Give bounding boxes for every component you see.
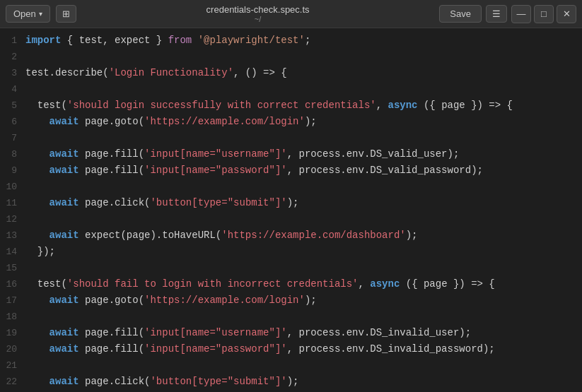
code-editor[interactable]: 1 import { test, expect } from '@playwri… <box>0 28 582 392</box>
table-row: 6 await page.goto('https://example.com/l… <box>0 114 582 130</box>
table-row: 20 await page.fill('input[name="password… <box>0 341 582 357</box>
line-content: await page.fill('input[name="username"]'… <box>25 325 582 340</box>
open-label: Open <box>13 8 36 19</box>
titlebar-center: credentials-check.spec.ts ~/ <box>206 4 310 23</box>
file-name: credentials-check.spec.ts <box>206 4 310 15</box>
line-number: 8 <box>0 147 25 162</box>
line-content <box>25 130 582 145</box>
line-number: 4 <box>0 82 25 97</box>
table-row: 19 await page.fill('input[name="username… <box>0 325 582 341</box>
menu-button[interactable]: ☰ <box>486 5 507 23</box>
line-content: await page.fill('input[name="username"]'… <box>25 146 582 162</box>
table-row: 14 }); <box>0 244 582 260</box>
line-number: 1 <box>0 33 25 49</box>
table-row: 10 <box>0 179 582 195</box>
line-number: 9 <box>0 163 25 179</box>
line-content <box>25 81 582 97</box>
line-content: await page.click('button[type="submit"]'… <box>25 195 582 210</box>
pin-button[interactable]: ⊞ <box>56 5 76 23</box>
line-number: 19 <box>0 326 25 341</box>
line-content: test('should login successfully with cor… <box>25 97 582 113</box>
line-content <box>25 357 582 373</box>
line-number: 16 <box>0 277 25 292</box>
line-content <box>25 211 582 227</box>
titlebar-left: Open ▾ ⊞ <box>6 5 76 23</box>
table-row: 22 await page.click('button[type="submit… <box>0 374 582 390</box>
line-content: await page.goto('https://example.com/log… <box>25 114 582 129</box>
close-button[interactable]: ✕ <box>557 5 576 23</box>
table-row: 8 await page.fill('input[name="username"… <box>0 146 582 162</box>
line-content: await page.click('button[type="submit"]'… <box>25 374 582 389</box>
table-row: 11 await page.click('button[type="submit… <box>0 195 582 211</box>
table-row: 17 await page.goto('https://example.com/… <box>0 292 582 309</box>
table-row: 15 <box>0 260 582 276</box>
titlebar-right: Save ☰ — □ ✕ <box>439 5 576 23</box>
line-content: await page.fill('input[name="password"]'… <box>25 341 582 357</box>
table-row: 7 <box>0 130 582 146</box>
maximize-button[interactable]: □ <box>534 5 554 23</box>
line-number: 18 <box>0 309 25 325</box>
file-path: ~/ <box>255 15 261 23</box>
table-row: 13 await expect(page).toHaveURL('https:/… <box>0 227 582 244</box>
line-number: 10 <box>0 179 25 195</box>
table-row: 12 <box>0 211 582 227</box>
table-row: 5 test('should login successfully with c… <box>0 97 582 114</box>
line-number: 7 <box>0 131 25 146</box>
line-content <box>25 260 582 275</box>
line-content <box>25 179 582 194</box>
line-number: 14 <box>0 244 25 260</box>
table-row: 16 test('should fail to login with incor… <box>0 276 582 292</box>
line-number: 22 <box>0 374 25 390</box>
table-row: 4 <box>0 81 582 97</box>
save-button[interactable]: Save <box>439 5 482 23</box>
maximize-icon: □ <box>541 8 547 19</box>
minimize-icon: — <box>517 8 526 19</box>
table-row: 18 <box>0 309 582 325</box>
line-number: 13 <box>0 228 25 244</box>
line-number: 15 <box>0 261 25 276</box>
chevron-down-icon: ▾ <box>39 10 42 18</box>
close-icon: ✕ <box>563 8 571 19</box>
line-content: await page.fill('input[name="password"]'… <box>25 162 582 178</box>
line-content: test.describe('Login Functionality', () … <box>25 65 582 81</box>
line-content: await expect(page).toHaveURL('https://ex… <box>25 227 582 243</box>
line-content: test('should fail to login with incorrec… <box>25 276 582 292</box>
menu-icon: ☰ <box>492 8 501 19</box>
line-content: await page.goto('https://example.com/log… <box>25 292 582 308</box>
line-content <box>25 309 582 324</box>
line-number: 12 <box>0 212 25 227</box>
line-number: 21 <box>0 358 25 374</box>
minimize-button[interactable]: — <box>511 5 531 23</box>
line-content <box>25 49 582 64</box>
table-row: 3 test.describe('Login Functionality', (… <box>0 65 582 81</box>
open-button[interactable]: Open ▾ <box>6 5 50 23</box>
line-number: 2 <box>0 49 25 65</box>
pin-icon: ⊞ <box>62 8 70 19</box>
line-number: 20 <box>0 342 25 357</box>
table-row: 2 <box>0 49 582 65</box>
line-number: 5 <box>0 98 25 114</box>
line-content: }); <box>25 244 582 259</box>
table-row: 9 await page.fill('input[name="password"… <box>0 162 582 179</box>
line-number: 6 <box>0 114 25 130</box>
code-content: 1 import { test, expect } from '@playwri… <box>0 28 582 392</box>
titlebar: Open ▾ ⊞ credentials-check.spec.ts ~/ Sa… <box>0 0 582 28</box>
line-number: 17 <box>0 293 25 309</box>
line-number: 11 <box>0 196 25 211</box>
table-row: 21 <box>0 357 582 374</box>
table-row: 1 import { test, expect } from '@playwri… <box>0 32 582 49</box>
line-content: import { test, expect } from '@playwrigh… <box>25 32 582 48</box>
window-controls: — □ ✕ <box>511 5 576 23</box>
line-number: 3 <box>0 66 25 81</box>
